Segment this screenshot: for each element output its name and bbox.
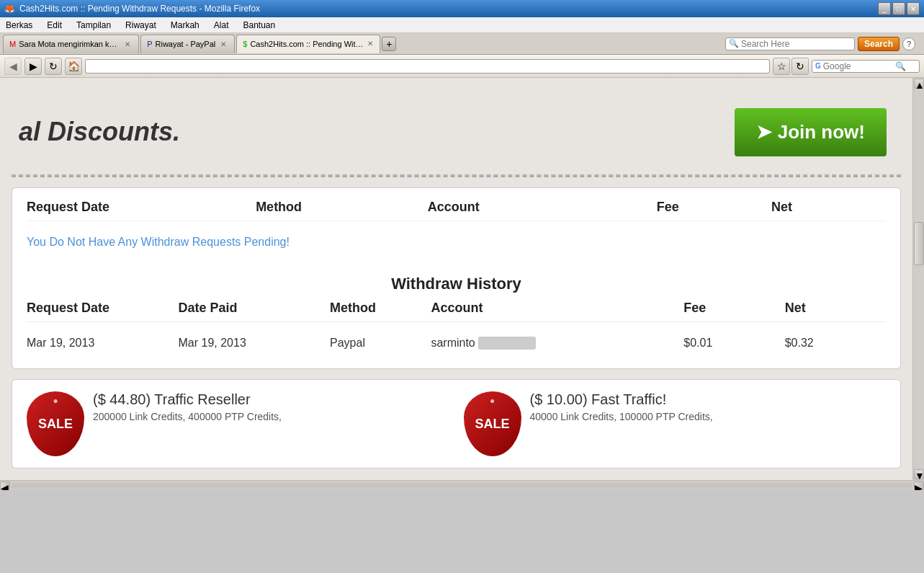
bookmark-button[interactable]: ☆: [773, 58, 790, 75]
history-request-date: Mar 19, 2013: [27, 337, 179, 350]
history-account-text: sarminto: [431, 337, 475, 349]
refresh-button[interactable]: ↻: [45, 58, 62, 75]
url-bar[interactable]: www.cash2hits.com/index.php?view=account…: [85, 59, 770, 74]
tab-cash2hits-label: Cash2Hits.com :: Pending Withdraw Req...: [250, 40, 363, 48]
history-row: Mar 19, 2013 Mar 19, 2013 Paypal sarmint…: [27, 329, 886, 357]
menu-edit[interactable]: Edit: [44, 19, 65, 31]
sale-title-2: ($ 10.00) Fast Traffic!: [530, 391, 887, 408]
google-search-btn[interactable]: 🔍: [895, 61, 906, 71]
menu-bar: Berkas Edit Tampilan Riwayat Markah Alat…: [0, 17, 924, 33]
window-title: Cash2Hits.com :: Pending Withdraw Reques…: [19, 4, 260, 14]
browser-icon: 🦊: [4, 4, 15, 14]
join-label: Join now!: [778, 121, 865, 143]
search-input-wrap[interactable]: 🔍: [725, 37, 855, 50]
content-main: al Discounts. ➤ Join now! Request Date M…: [0, 78, 912, 480]
menu-markah[interactable]: Markah: [168, 19, 202, 31]
tab-cash2hits-close[interactable]: ✕: [367, 39, 374, 49]
home-button[interactable]: 🏠: [65, 58, 82, 75]
scroll-left-button[interactable]: ◀: [0, 481, 10, 490]
history-col-method: Method: [330, 301, 431, 316]
google-search-wrap[interactable]: G 🔍: [812, 60, 920, 73]
pending-header: Request Date Method Account Fee Net: [27, 200, 886, 221]
sale-tag-1: SALE: [27, 391, 84, 456]
tab-gmail[interactable]: M Sara Mota mengirimkan kepada Anda $0,.…: [3, 35, 139, 53]
scrollbar[interactable]: ▲ ▼: [912, 78, 924, 480]
menu-berkas[interactable]: Berkas: [3, 19, 35, 31]
search-button[interactable]: Search: [858, 37, 900, 51]
banner-area: al Discounts. ➤ Join now!: [12, 89, 901, 176]
scroll-right-button[interactable]: ▶: [914, 481, 924, 490]
sale-tag-2-label: SALE: [475, 417, 509, 432]
tab-paypal[interactable]: P Riwayat - PayPal ✕: [140, 35, 235, 53]
nav-bar: ◀ ▶ ↻ 🏠 www.cash2hits.com/index.php?view…: [0, 55, 924, 78]
history-col-fee: Fee: [683, 301, 784, 316]
history-col-request-date: Request Date: [27, 301, 179, 316]
join-arrow-icon: ➤: [756, 121, 772, 143]
sale-info-2: ($ 10.00) Fast Traffic! 40000 Link Credi…: [530, 391, 887, 422]
title-bar: 🦊 Cash2Hits.com :: Pending Withdraw Requ…: [0, 0, 924, 17]
minimize-button[interactable]: _: [878, 2, 891, 15]
scrollbar-thumb[interactable]: [914, 222, 924, 265]
withdraw-history-title: Withdraw History: [27, 263, 886, 301]
history-date-paid: Mar 19, 2013: [179, 337, 331, 350]
discount-text: al Discounts.: [19, 117, 180, 147]
tab-cash2hits[interactable]: $ Cash2Hits.com :: Pending Withdraw Req.…: [236, 35, 380, 53]
history-col-date-paid: Date Paid: [179, 301, 331, 316]
history-col-account: Account: [431, 301, 683, 316]
pending-col-net: Net: [771, 200, 886, 215]
bottom-scrollbar[interactable]: ◀ ▶: [0, 480, 924, 490]
tab-bar: M Sara Mota mengirimkan kepada Anda $0,.…: [0, 33, 924, 55]
menu-bantuan[interactable]: Bantuan: [240, 19, 278, 31]
menu-tampilan[interactable]: Tampilan: [73, 19, 114, 31]
search-input[interactable]: [741, 39, 842, 49]
history-account: sarminto: [431, 337, 683, 350]
tab-paypal-close[interactable]: ✕: [218, 39, 228, 49]
sale-item-1: SALE ($ 44.80) Traffic Reseller 200000 L…: [27, 391, 449, 456]
pending-section: Request Date Method Account Fee Net You …: [12, 187, 901, 369]
tab-gmail-label: Sara Mota mengirimkan kepada Anda $0,...: [19, 40, 120, 48]
sale-section: SALE ($ 44.80) Traffic Reseller 200000 L…: [12, 379, 901, 468]
sale-desc-1: 200000 Link Credits, 400000 PTP Credits,: [93, 411, 449, 422]
menu-riwayat[interactable]: Riwayat: [122, 19, 159, 31]
add-tab-button[interactable]: +: [382, 37, 396, 51]
history-method: Paypal: [330, 337, 431, 350]
menu-alat[interactable]: Alat: [211, 19, 232, 31]
scrollbar-down[interactable]: ▼: [914, 469, 924, 479]
search-bar-area: 🔍 Search ?: [398, 37, 921, 51]
history-fee: $0.01: [683, 337, 784, 350]
sale-tag-1-label: SALE: [38, 417, 73, 432]
help-button[interactable]: ?: [902, 37, 915, 50]
history-account-blurred: [478, 337, 536, 350]
pending-col-request-date: Request Date: [27, 200, 256, 215]
pending-col-account: Account: [428, 200, 657, 215]
sale-item-2: SALE ($ 10.00) Fast Traffic! 40000 Link …: [464, 391, 887, 456]
nav-right: ☆ ↻ G 🔍: [773, 58, 920, 75]
nav-lock-button[interactable]: ↻: [791, 58, 809, 75]
forward-button[interactable]: ▶: [24, 58, 42, 75]
history-header: Request Date Date Paid Method Account Fe…: [27, 301, 886, 322]
content-wrapper: al Discounts. ➤ Join now! Request Date M…: [0, 78, 924, 480]
google-icon: G: [815, 62, 821, 70]
sale-title-1: ($ 44.80) Traffic Reseller: [93, 391, 449, 408]
pending-col-method: Method: [256, 200, 428, 215]
back-button[interactable]: ◀: [4, 58, 22, 75]
history-net: $0.32: [785, 337, 886, 350]
divider: [12, 176, 901, 177]
sale-info-1: ($ 44.80) Traffic Reseller 200000 Link C…: [93, 391, 449, 422]
paypal-icon: P: [147, 40, 152, 48]
pending-col-fee: Fee: [657, 200, 771, 215]
search-icon-small: 🔍: [729, 39, 739, 48]
tab-gmail-close[interactable]: ✕: [122, 39, 133, 49]
tab-paypal-label: Riwayat - PayPal: [156, 40, 216, 48]
history-col-net: Net: [785, 301, 886, 316]
pending-empty-message: You Do Not Have Any Withdraw Requests Pe…: [27, 228, 886, 263]
google-search-input[interactable]: [823, 61, 895, 71]
gmail-icon: M: [9, 40, 16, 48]
close-button[interactable]: ✕: [907, 2, 920, 15]
scroll-track: [12, 483, 912, 489]
scrollbar-up[interactable]: ▲: [914, 79, 924, 89]
window-controls[interactable]: _ □ ✕: [878, 2, 920, 15]
sale-tag-2: SALE: [464, 391, 521, 456]
maximize-button[interactable]: □: [892, 2, 905, 15]
join-now-button[interactable]: ➤ Join now!: [735, 108, 887, 156]
